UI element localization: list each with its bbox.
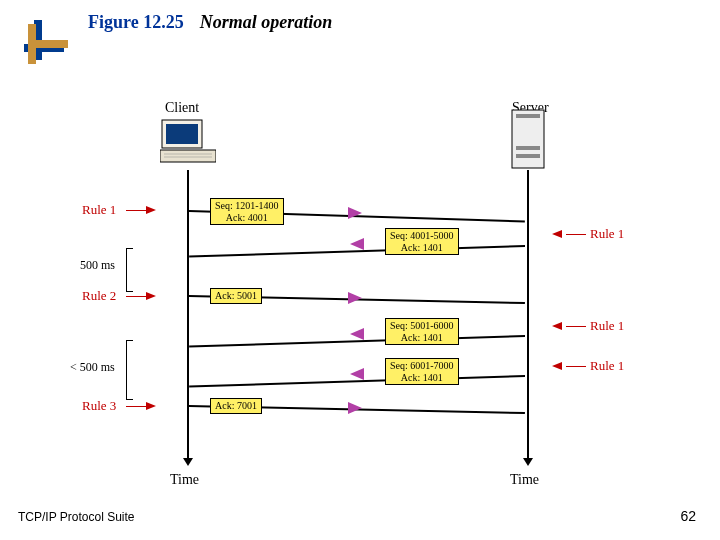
bracket-500ms xyxy=(126,248,132,292)
msg-m6: Ack: 7001 xyxy=(210,398,262,414)
arrowhead-m4 xyxy=(350,328,364,340)
server-timeline xyxy=(527,170,529,460)
rule-right-1c: Rule 1 xyxy=(590,358,624,374)
svg-rect-1 xyxy=(166,124,198,144)
arrowhead-m2 xyxy=(350,238,364,250)
msg-m2: Seq: 4001-5000Ack: 1401 xyxy=(385,228,459,255)
svg-rect-7 xyxy=(516,146,540,150)
msg-m1: Seq: 1201-1400Ack: 4001 xyxy=(210,198,284,225)
rule-right-1b: Rule 1 xyxy=(590,318,624,334)
rule-left-1: Rule 1 xyxy=(82,202,116,218)
svg-rect-8 xyxy=(516,154,540,158)
client-icon xyxy=(160,118,216,166)
client-timeline xyxy=(187,170,189,460)
timing-lt500ms: < 500 ms xyxy=(70,360,115,375)
arrowhead-m6 xyxy=(348,402,362,414)
arrowhead-m5 xyxy=(350,368,364,380)
server-time-label: Time xyxy=(510,472,539,488)
msg-m3: Ack: 5001 xyxy=(210,288,262,304)
msg-m5: Seq: 6001-7000Ack: 1401 xyxy=(385,358,459,385)
client-label: Client xyxy=(165,100,199,116)
figure-title-row: Figure 12.25 Normal operation xyxy=(88,12,332,33)
slide-bullet-decoration xyxy=(28,24,68,64)
arrowhead-m1 xyxy=(348,207,362,219)
sequence-diagram: Client Server Time Time Seq: 1201-1400Ac… xyxy=(90,100,650,480)
arrowhead-m3 xyxy=(348,292,362,304)
msg-m4: Seq: 5001-6000Ack: 1401 xyxy=(385,318,459,345)
rule-left-2: Rule 2 xyxy=(82,288,116,304)
server-icon xyxy=(510,108,546,170)
figure-number: Figure 12.25 xyxy=(88,12,184,33)
bracket-lt500ms xyxy=(126,340,132,400)
figure-title: Normal operation xyxy=(200,12,333,33)
footer-source: TCP/IP Protocol Suite xyxy=(18,510,135,524)
svg-rect-5 xyxy=(512,110,544,168)
svg-rect-6 xyxy=(516,114,540,118)
timing-500ms: 500 ms xyxy=(80,258,115,273)
svg-rect-2 xyxy=(160,150,216,162)
footer-page: 62 xyxy=(680,508,696,524)
rule-left-3: Rule 3 xyxy=(82,398,116,414)
client-time-label: Time xyxy=(170,472,199,488)
rule-right-1a: Rule 1 xyxy=(590,226,624,242)
